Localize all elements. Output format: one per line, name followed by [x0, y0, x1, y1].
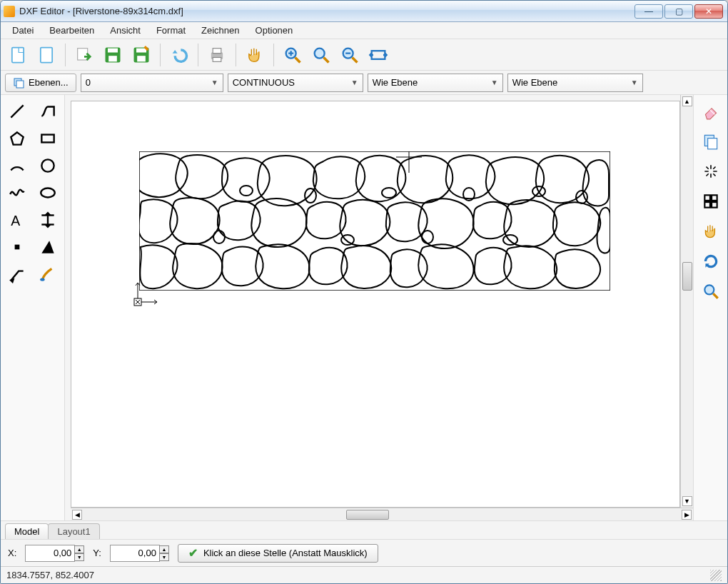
linetype-dropdown[interactable]: CONTINUOUS▼	[228, 74, 363, 92]
hscroll-thumb[interactable]	[346, 510, 389, 520]
color-dropdown-value: Wie Ebene	[373, 77, 418, 88]
svg-point-38	[240, 186, 253, 196]
eraser-button[interactable]	[699, 99, 723, 124]
svg-point-43	[213, 231, 225, 243]
caret-icon: ▼	[211, 79, 218, 86]
svg-rect-66	[712, 202, 717, 208]
vscroll-thumb[interactable]	[682, 262, 692, 291]
x-spinner[interactable]: ▲▼	[74, 545, 84, 561]
check-icon: ✔	[188, 546, 198, 560]
minimize-button[interactable]: —	[635, 4, 663, 19]
new-file-button[interactable]	[5, 42, 31, 68]
menu-zeichnen[interactable]: Zeichnen	[194, 24, 246, 37]
svg-point-27	[41, 159, 54, 171]
main-toolbar	[1, 39, 727, 71]
coord-row: X: ▲▼ Y: ▲▼ ✔ Klick an diese Stelle (Ans…	[1, 539, 727, 566]
scroll-up-arrow[interactable]: ▲	[682, 96, 692, 106]
explode-button[interactable]	[699, 159, 723, 183]
open-button[interactable]	[71, 42, 97, 68]
refresh-button[interactable]	[699, 249, 723, 273]
layers-button[interactable]: Ebenen...	[5, 74, 76, 92]
menu-format[interactable]: Format	[149, 24, 193, 37]
tab-layout1[interactable]: Layout1	[48, 523, 99, 539]
tool-dimension[interactable]	[34, 208, 61, 232]
pan-button-2[interactable]	[699, 219, 723, 243]
menubar: Datei Bearbeiten Ansicht Format Zeichnen…	[1, 22, 727, 39]
zoom-out-button[interactable]	[337, 42, 363, 68]
copy-button[interactable]	[699, 129, 723, 153]
click-here-button[interactable]: ✔ Klick an diese Stelle (Anstatt Mauskli…	[178, 544, 378, 563]
tool-point[interactable]	[4, 235, 31, 259]
click-here-label: Klick an diese Stelle (Anstatt Mausklick…	[203, 548, 368, 558]
titlebar: DXF Editor - [Riverstone-89x314cm.dxf] —…	[1, 1, 727, 22]
tool-polyline[interactable]	[34, 99, 61, 124]
menu-optionen[interactable]: Optionen	[248, 24, 300, 37]
maximize-button[interactable]: ▢	[664, 4, 693, 19]
svg-rect-5	[108, 56, 117, 61]
undo-button[interactable]	[166, 42, 192, 68]
tool-polygon[interactable]	[4, 126, 31, 151]
tool-solid[interactable]	[34, 235, 61, 259]
layers-button-label: Ebenen...	[29, 77, 69, 88]
hscroll-track[interactable]	[85, 510, 679, 520]
svg-marker-25	[11, 132, 23, 144]
vertical-scrollbar[interactable]: ▲ ▼	[680, 95, 693, 508]
save-as-button[interactable]	[128, 42, 154, 68]
menu-datei[interactable]: Datei	[5, 24, 41, 37]
caret-icon: ▼	[631, 79, 638, 86]
zoom-fit-button[interactable]	[365, 42, 391, 68]
scroll-down-arrow[interactable]: ▼	[682, 496, 692, 506]
tool-text[interactable]: A	[4, 208, 31, 232]
layer-dropdown[interactable]: 0▼	[81, 74, 223, 92]
save-button[interactable]	[100, 42, 126, 68]
tool-circle[interactable]	[34, 153, 61, 178]
svg-point-40	[382, 188, 396, 198]
svg-rect-8	[137, 56, 146, 61]
svg-rect-33	[16, 246, 19, 248]
lineweight-dropdown[interactable]: Wie Ebene▼	[507, 74, 643, 92]
resize-grip[interactable]	[710, 570, 722, 581]
y-spinner[interactable]: ▲▼	[159, 545, 169, 561]
svg-line-17	[324, 57, 329, 62]
scroll-left-arrow[interactable]: ◀	[72, 510, 82, 520]
horizontal-scrollbar[interactable]: ◀ ▶	[71, 508, 693, 520]
print-button[interactable]	[204, 42, 230, 68]
new-blank-button[interactable]	[34, 42, 59, 68]
menu-bearbeiten[interactable]: Bearbeiten	[42, 24, 101, 37]
tool-ellipse[interactable]	[34, 181, 61, 205]
svg-point-44	[341, 235, 354, 245]
caret-icon: ▼	[351, 79, 358, 86]
tool-arc[interactable]	[4, 153, 31, 178]
svg-rect-21	[372, 51, 385, 59]
svg-line-13	[295, 57, 300, 62]
svg-rect-54	[707, 139, 717, 149]
y-label: Y:	[93, 548, 101, 558]
tab-model[interactable]: Model	[5, 523, 49, 539]
svg-rect-1	[41, 47, 52, 62]
scroll-right-arrow[interactable]: ▶	[682, 510, 692, 520]
menu-ansicht[interactable]: Ansicht	[103, 24, 148, 37]
property-bar: Ebenen... 0▼ CONTINUOUS▼ Wie Ebene▼ Wie …	[1, 71, 727, 95]
svg-rect-4	[108, 48, 118, 52]
linetype-dropdown-value: CONTINUOUS	[233, 77, 295, 88]
tool-spline[interactable]	[4, 181, 31, 205]
zoom-extents-button[interactable]	[308, 42, 334, 68]
tool-rectangle[interactable]	[34, 126, 61, 151]
color-dropdown[interactable]: Wie Ebene▼	[368, 74, 503, 92]
grid-button[interactable]	[699, 189, 723, 213]
window-title: DXF Editor - [Riverstone-89x314cm.dxf]	[19, 6, 183, 16]
y-input[interactable]	[110, 545, 160, 562]
svg-point-45	[422, 231, 433, 243]
close-button[interactable]: ✕	[694, 4, 723, 19]
zoom-in-button[interactable]	[280, 42, 305, 68]
tool-line[interactable]	[4, 99, 31, 124]
x-input[interactable]	[25, 545, 75, 562]
svg-point-34	[40, 278, 45, 281]
status-bar: 1834.7557, 852.4007	[1, 566, 727, 583]
tool-leader[interactable]	[4, 262, 31, 286]
tool-brush[interactable]	[34, 262, 61, 286]
zoom-button-r[interactable]	[699, 279, 723, 303]
pan-button[interactable]	[242, 42, 268, 68]
vscroll-track[interactable]	[682, 106, 692, 496]
drawing-canvas[interactable]	[71, 101, 680, 508]
